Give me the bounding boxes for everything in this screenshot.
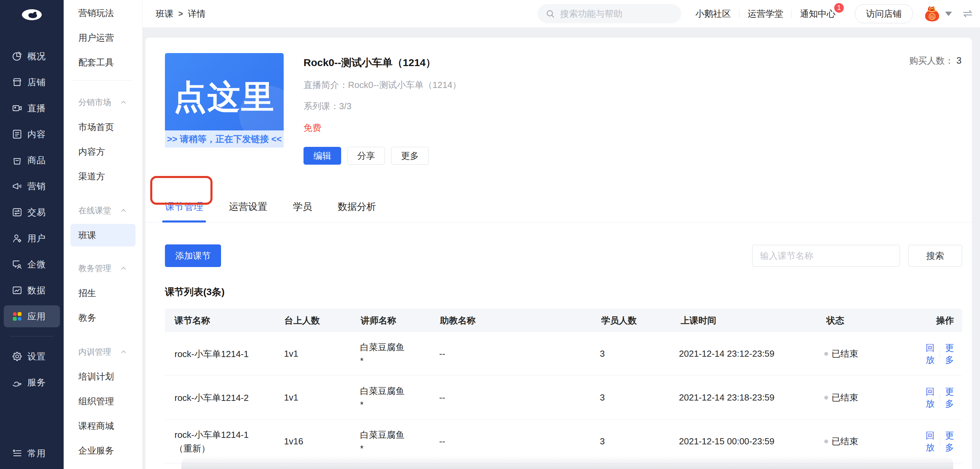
edit-button[interactable]: 编辑 bbox=[304, 147, 341, 165]
more-link[interactable]: 更多 bbox=[945, 430, 954, 454]
sidebar-item-label: 内容 bbox=[27, 128, 46, 140]
sidebar-item-training-plan[interactable]: 培训计划 bbox=[64, 364, 142, 389]
menu-group-academic-management[interactable]: 教务管理 bbox=[64, 256, 142, 281]
menu-label: 培训计划 bbox=[78, 371, 114, 383]
teacher-mark: * bbox=[360, 398, 439, 412]
column-header-assistant: 助教名称 bbox=[440, 314, 601, 327]
tab-lesson-management[interactable]: 课节管理 bbox=[165, 200, 203, 222]
sidebar-item-frequent[interactable]: 常用 bbox=[4, 442, 60, 464]
tab-operation-settings[interactable]: 运营设置 bbox=[229, 200, 267, 222]
sidebar-item-class-course[interactable]: 班课 bbox=[70, 224, 135, 246]
cell-capacity: 1v16 bbox=[284, 436, 360, 447]
menu-group-distribution-market[interactable]: 分销市场 bbox=[64, 90, 142, 115]
breadcrumb-parent[interactable]: 班课 bbox=[156, 8, 173, 20]
top-bar: 班课 > 详情 小鹅社区 运营学堂 通知中心 1 访问店铺 福 bbox=[143, 0, 980, 27]
cell-status: 已结束 bbox=[824, 392, 926, 404]
menu-group-online-classroom[interactable]: 在线课堂 bbox=[64, 198, 142, 223]
share-button[interactable]: 分享 bbox=[347, 147, 385, 165]
global-search-input[interactable] bbox=[560, 8, 673, 19]
sidebar-item-marketing-play[interactable]: 营销玩法 bbox=[64, 1, 142, 26]
course-series: 系列课：3/3 bbox=[304, 100, 461, 112]
sidebar-item-enterprise-service[interactable]: 企业服务 bbox=[64, 438, 142, 463]
sidebar-item-label: 店铺 bbox=[27, 77, 46, 88]
sidebar-item-live[interactable]: 直播 bbox=[4, 97, 60, 119]
sidebar-divider bbox=[10, 336, 54, 337]
menu-label: 招生 bbox=[78, 287, 96, 299]
breadcrumb-current: 详情 bbox=[188, 8, 206, 20]
more-link[interactable]: 更多 bbox=[945, 342, 954, 366]
lesson-search-button[interactable]: 搜索 bbox=[908, 245, 962, 267]
course-info: Rock0--测试小车单（1214） 直播简介：Rock0--测试小车单（121… bbox=[304, 53, 461, 165]
sidebar-item-overview[interactable]: 概况 bbox=[4, 45, 60, 67]
sidebar-item-marketing[interactable]: 营销 bbox=[4, 175, 60, 197]
sidebar-item-shop[interactable]: 店铺 bbox=[4, 71, 60, 93]
add-lesson-button[interactable]: 添加课节 bbox=[165, 244, 221, 267]
lesson-search: 搜索 bbox=[752, 245, 962, 267]
sidebar-item-user-operation[interactable]: 用户运营 bbox=[64, 26, 142, 50]
more-button[interactable]: 更多 bbox=[391, 147, 429, 165]
replay-link[interactable]: 回放 bbox=[926, 342, 934, 366]
sidebar-item-label: 服务 bbox=[27, 376, 46, 389]
user-gear-icon bbox=[11, 233, 23, 244]
global-search[interactable] bbox=[538, 4, 681, 23]
brand-logo[interactable] bbox=[22, 9, 42, 22]
visit-shop-button[interactable]: 访问店铺 bbox=[855, 4, 913, 23]
purchase-count-value: 3 bbox=[956, 56, 961, 66]
sidebar-item-academic[interactable]: 教务 bbox=[64, 305, 142, 330]
sidebar-item-content-provider[interactable]: 内容方 bbox=[64, 139, 142, 164]
course-thumbnail[interactable]: 点这里 >> 请稍等，正在下发链接 << bbox=[165, 53, 284, 148]
menu-group-internal-training[interactable]: 内训管理 bbox=[64, 340, 142, 364]
sidebar-item-goods[interactable]: 商品 bbox=[4, 149, 60, 171]
sidebar-item-wecom[interactable]: 企微 bbox=[4, 253, 60, 275]
more-link[interactable]: 更多 bbox=[945, 386, 954, 410]
link-operation-school[interactable]: 运营学堂 bbox=[740, 8, 791, 20]
sidebar-item-tools[interactable]: 配套工具 bbox=[64, 50, 142, 75]
course-title: Rock0--测试小车单（1214） bbox=[304, 56, 461, 70]
teacher-name: 白菜豆腐鱼 bbox=[360, 428, 439, 442]
course-header: 点这里 >> 请稍等，正在下发链接 << Rock0--测试小车单（1214） … bbox=[145, 38, 972, 165]
sidebar-item-settings[interactable]: 设置 bbox=[4, 345, 60, 367]
lesson-toolbar: 添加课节 搜索 bbox=[145, 244, 972, 267]
teacher-name: 白菜豆腐鱼 bbox=[360, 340, 439, 354]
course-series-value: 3/3 bbox=[339, 101, 352, 111]
course-detail-card: 点这里 >> 请稍等，正在下发链接 << Rock0--测试小车单（1214） … bbox=[145, 38, 972, 469]
sidebar-item-user[interactable]: 用户 bbox=[4, 227, 60, 249]
chevron-up-icon bbox=[120, 265, 127, 272]
tab-data-analysis[interactable]: 数据分析 bbox=[338, 200, 376, 222]
link-community[interactable]: 小鹅社区 bbox=[687, 8, 739, 20]
sidebar-item-market-home[interactable]: 市场首页 bbox=[64, 115, 142, 139]
replay-link[interactable]: 回放 bbox=[926, 386, 934, 410]
header-right: 小鹅社区 运营学堂 通知中心 1 访问店铺 福 bbox=[687, 0, 974, 27]
link-notification-center[interactable]: 通知中心 1 bbox=[792, 8, 844, 20]
sidebar-item-label: 常用 bbox=[27, 447, 46, 459]
chevron-down-icon[interactable] bbox=[945, 12, 952, 16]
purchase-count: 购买人数：3 bbox=[909, 55, 961, 67]
primary-nav: 概况 店铺 直播 内容 商品 营销 交易 用户 bbox=[0, 45, 64, 469]
sidebar-item-data[interactable]: 数据 bbox=[4, 279, 60, 301]
cell-capacity: 1v1 bbox=[284, 392, 360, 403]
purchase-count-label: 购买人数： bbox=[909, 56, 954, 66]
hand-service-icon bbox=[11, 376, 23, 388]
sidebar-item-trade[interactable]: 交易 bbox=[4, 201, 60, 223]
cell-time: 2021-12-14 23:18-23:59 bbox=[679, 392, 824, 403]
sidebar-item-org-management[interactable]: 组织管理 bbox=[64, 389, 142, 413]
lesson-search-input[interactable] bbox=[752, 245, 900, 267]
sidebar-item-enrollment[interactable]: 招生 bbox=[64, 281, 142, 305]
collapse-switch-icon[interactable] bbox=[961, 8, 974, 19]
action-divider bbox=[940, 437, 940, 446]
menu-label: 内容方 bbox=[78, 146, 105, 158]
sidebar-item-course-mall[interactable]: 课程商城 bbox=[64, 413, 142, 438]
sidebar-item-apps[interactable]: 应用 bbox=[4, 305, 60, 327]
cell-students: 3 bbox=[600, 348, 679, 359]
menu-group-label: 在线课堂 bbox=[78, 205, 111, 216]
sidebar-item-content[interactable]: 内容 bbox=[4, 123, 60, 145]
status-text: 已结束 bbox=[832, 436, 858, 447]
sidebar-item-service[interactable]: 服务 bbox=[4, 372, 60, 393]
sidebar-item-channel-provider[interactable]: 渠道方 bbox=[64, 164, 142, 188]
menu-label: 市场首页 bbox=[78, 121, 114, 133]
replay-link[interactable]: 回放 bbox=[926, 430, 934, 454]
status-dot bbox=[824, 352, 828, 356]
menu-label: 教务 bbox=[78, 312, 96, 324]
tab-students[interactable]: 学员 bbox=[293, 200, 312, 222]
avatar[interactable]: 福 bbox=[923, 4, 941, 23]
